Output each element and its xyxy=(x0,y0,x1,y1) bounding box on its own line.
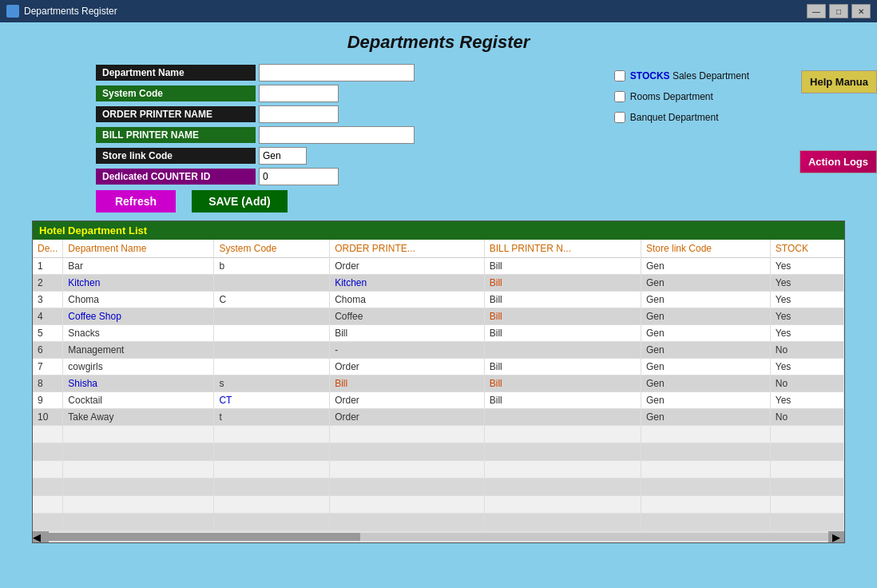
table-row[interactable]: 7cowgirlsOrderBillGenYes xyxy=(33,359,844,375)
cell-empty xyxy=(33,426,63,443)
cell-empty xyxy=(63,496,214,514)
help-manual-button[interactable]: Help Manua xyxy=(801,70,877,93)
cell-stock: Yes xyxy=(770,325,843,342)
cell-order-printer: Order xyxy=(330,258,485,275)
cell-system-code xyxy=(214,275,330,292)
close-button[interactable]: ✕ xyxy=(851,4,871,18)
cell-empty xyxy=(484,443,641,461)
cell-system-code xyxy=(214,359,330,375)
order-printer-input[interactable] xyxy=(259,105,339,123)
cell-store-link: Gen xyxy=(641,275,770,292)
counter-id-label: Dedicated COUNTER ID xyxy=(96,169,256,185)
cell-order-printer: Order xyxy=(330,392,485,409)
counter-id-input[interactable] xyxy=(259,168,339,185)
cell-store-link: Gen xyxy=(641,308,770,325)
cell-empty xyxy=(484,514,641,531)
col-stock: STOCK xyxy=(770,240,843,258)
cell-system-code xyxy=(214,308,330,325)
system-code-input[interactable] xyxy=(259,85,339,102)
table-wrapper[interactable]: De... Department Name System Code ORDER … xyxy=(33,240,844,531)
cell-stock: Yes xyxy=(770,258,843,275)
horizontal-scrollbar[interactable]: ◀ ▶ xyxy=(33,531,844,542)
col-system-code: System Code xyxy=(214,240,330,258)
scroll-right-arrow[interactable]: ▶ xyxy=(828,531,844,542)
table-row-empty xyxy=(33,443,844,461)
col-name: Department Name xyxy=(63,240,214,258)
table-row[interactable]: 1BarbOrderBillGenYes xyxy=(33,258,844,275)
cell-empty xyxy=(214,443,330,461)
checkboxes-section: STOCKS Sales Department Rooms Department… xyxy=(614,70,749,123)
cell-empty xyxy=(63,443,214,461)
stocks-checkbox-row: STOCKS Sales Department xyxy=(614,70,749,81)
cell-store-link: Gen xyxy=(641,258,770,275)
cell-bill-printer: Bill xyxy=(484,375,641,392)
table-row-empty xyxy=(33,479,844,496)
banquet-label: Banquet Department xyxy=(630,112,719,123)
cell-id: 7 xyxy=(33,359,63,375)
cell-stock: No xyxy=(770,375,843,392)
cell-empty xyxy=(63,461,214,479)
cell-order-printer: Choma xyxy=(330,292,485,308)
cell-bill-printer: Bill xyxy=(484,392,641,409)
cell-empty xyxy=(63,426,214,443)
cell-empty xyxy=(33,496,63,514)
cell-bill-printer xyxy=(484,409,641,426)
table-row[interactable]: 5SnacksBillBillGenYes xyxy=(33,325,844,342)
departments-table: De... Department Name System Code ORDER … xyxy=(33,240,844,531)
table-row[interactable]: 3ChomaCChomaBillGenYes xyxy=(33,292,844,308)
cell-empty xyxy=(214,479,330,496)
banquet-checkbox[interactable] xyxy=(614,112,625,123)
cell-empty xyxy=(330,479,485,496)
cell-bill-printer: Bill xyxy=(484,258,641,275)
store-link-input[interactable] xyxy=(259,147,307,165)
cell-bill-printer: Bill xyxy=(484,359,641,375)
system-code-label: System Code xyxy=(96,85,256,101)
cell-bill-printer xyxy=(484,342,641,359)
counter-id-row: Dedicated COUNTER ID xyxy=(96,168,861,185)
table-row[interactable]: 2KitchenKitchenBillGenYes xyxy=(33,275,844,292)
col-id: De... xyxy=(33,240,63,258)
cell-empty xyxy=(770,496,843,514)
save-button[interactable]: SAVE (Add) xyxy=(192,190,288,213)
cell-empty xyxy=(330,443,485,461)
table-row-empty xyxy=(33,514,844,531)
minimize-button[interactable]: — xyxy=(807,4,826,18)
table-row[interactable]: 10Take AwaytOrderGenNo xyxy=(33,409,844,426)
cell-empty xyxy=(330,426,485,443)
cell-id: 2 xyxy=(33,275,63,292)
maximize-button[interactable]: □ xyxy=(829,4,848,18)
cell-name: Bar xyxy=(63,258,214,275)
cell-empty xyxy=(484,496,641,514)
title-bar: Departments Register — □ ✕ xyxy=(0,0,877,22)
scroll-left-arrow[interactable]: ◀ xyxy=(33,531,49,542)
cell-stock: Yes xyxy=(770,359,843,375)
cell-order-printer: Order xyxy=(330,409,485,426)
table-row[interactable]: 9CocktailCTOrderBillGenYes xyxy=(33,392,844,409)
cell-empty xyxy=(641,443,770,461)
cell-empty xyxy=(63,514,214,531)
table-row[interactable]: 6Management-GenNo xyxy=(33,342,844,359)
stocks-checkbox[interactable] xyxy=(614,70,625,81)
cell-stock: Yes xyxy=(770,392,843,409)
table-body: 1BarbOrderBillGenYes2KitchenKitchenBillG… xyxy=(33,258,844,531)
action-buttons: Refresh SAVE (Add) xyxy=(96,190,861,213)
cell-name: Cocktail xyxy=(63,392,214,409)
rooms-checkbox[interactable] xyxy=(614,91,625,102)
table-row[interactable]: 8ShishasBillBillGenNo xyxy=(33,375,844,392)
scroll-thumb[interactable] xyxy=(49,533,360,541)
banquet-checkbox-row: Banquet Department xyxy=(614,112,749,123)
cell-empty xyxy=(641,479,770,496)
cell-store-link: Gen xyxy=(641,392,770,409)
cell-empty xyxy=(641,426,770,443)
action-log-button[interactable]: Action Logs xyxy=(800,150,877,173)
cell-empty xyxy=(330,514,485,531)
cell-order-printer: Coffee xyxy=(330,308,485,325)
department-name-input[interactable] xyxy=(259,64,415,81)
cell-empty xyxy=(33,514,63,531)
table-row[interactable]: 4Coffee ShopCoffeeBillGenYes xyxy=(33,308,844,325)
bill-printer-input[interactable] xyxy=(259,126,415,144)
scroll-track[interactable] xyxy=(49,533,828,541)
order-printer-label: ORDER PRINTER NAME xyxy=(96,106,256,122)
stocks-label: STOCKS Sales Department xyxy=(630,70,749,81)
refresh-button[interactable]: Refresh xyxy=(96,190,176,213)
